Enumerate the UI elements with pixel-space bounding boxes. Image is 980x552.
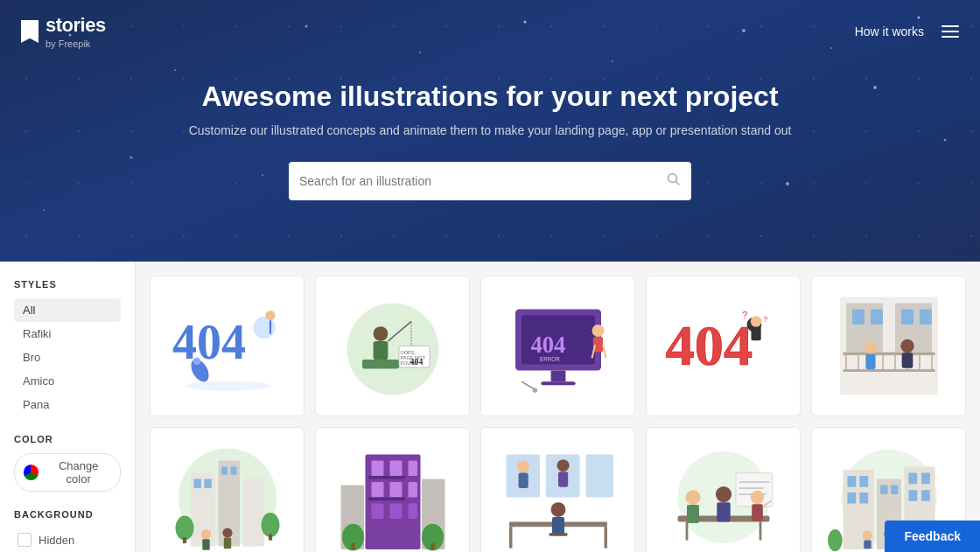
change-color-button[interactable]: Change color	[14, 453, 121, 492]
feedback-button[interactable]: Feedback	[885, 521, 980, 552]
style-list: All Rafiki Bro Amico Pana	[14, 298, 121, 416]
gallery-card-7[interactable]	[315, 427, 470, 552]
hero-subtitle: Customize our illustrated concepts and a…	[189, 123, 792, 137]
gallery-card-4[interactable]: 404 ? ?	[646, 276, 801, 416]
svg-rect-75	[865, 354, 875, 370]
svg-point-133	[715, 486, 731, 502]
hero-section: stories by Freepik How it works Awesome …	[0, 0, 980, 262]
search-icon	[667, 172, 681, 190]
svg-rect-152	[908, 472, 917, 484]
bg-option-hidden[interactable]: Hidden	[14, 528, 121, 551]
background-section: BACKGROUND Hidden Simple Detailed	[14, 509, 121, 552]
svg-rect-126	[549, 533, 567, 536]
logo-text: stories	[46, 14, 106, 37]
svg-rect-113	[430, 543, 434, 549]
style-item-rafiki[interactable]: Rafiki	[14, 322, 121, 346]
svg-point-74	[864, 342, 877, 354]
svg-rect-89	[268, 534, 271, 540]
svg-point-22	[185, 381, 270, 390]
svg-rect-103	[408, 503, 417, 519]
svg-rect-155	[921, 490, 930, 501]
svg-rect-151	[891, 485, 898, 494]
svg-rect-154	[908, 490, 917, 501]
svg-text:?: ?	[742, 310, 747, 320]
svg-text:?: ?	[763, 314, 767, 323]
svg-rect-104	[368, 476, 387, 479]
svg-rect-85	[230, 466, 236, 474]
svg-rect-106	[368, 497, 387, 500]
svg-rect-97	[408, 460, 417, 476]
style-item-bro[interactable]: Bro	[14, 346, 121, 369]
gallery-card-9[interactable]	[646, 427, 801, 552]
svg-text:404: 404	[410, 356, 423, 366]
svg-point-117	[517, 460, 529, 472]
bg-options-list: Hidden Simple Detailed	[14, 528, 121, 552]
svg-point-18	[873, 86, 877, 89]
svg-rect-77	[901, 353, 913, 368]
search-bar[interactable]	[289, 162, 691, 200]
svg-rect-73	[843, 369, 934, 372]
background-section-title: BACKGROUND	[14, 509, 121, 520]
svg-rect-93	[223, 538, 230, 549]
svg-rect-148	[847, 493, 856, 504]
hamburger-menu[interactable]	[942, 25, 959, 38]
bg-hidden-icon	[18, 533, 32, 547]
svg-line-20	[676, 182, 680, 185]
svg-rect-153	[921, 472, 930, 484]
svg-rect-122	[509, 527, 513, 549]
gallery-card-1[interactable]: 404	[150, 276, 304, 416]
svg-point-86	[175, 515, 193, 540]
nav-right: How it works	[855, 24, 959, 38]
svg-rect-63	[920, 309, 932, 325]
svg-rect-125	[552, 517, 564, 535]
main-content: STYLES All Rafiki Bro Amico Pana COLOR C…	[0, 262, 980, 552]
svg-point-53	[750, 316, 761, 327]
svg-point-29	[373, 326, 388, 341]
svg-point-25	[192, 358, 200, 365]
svg-point-119	[556, 459, 569, 472]
svg-point-156	[828, 529, 843, 551]
svg-rect-60	[852, 309, 864, 325]
illustration-gallery: 404	[136, 262, 980, 552]
change-color-label: Change color	[46, 459, 111, 486]
svg-rect-116	[585, 454, 613, 497]
svg-rect-96	[389, 460, 402, 476]
svg-rect-107	[387, 497, 405, 500]
bg-hidden-label: Hidden	[38, 534, 74, 547]
sidebar: STYLES All Rafiki Bro Amico Pana COLOR C…	[0, 262, 136, 552]
svg-rect-120	[558, 472, 568, 487]
svg-rect-64	[843, 352, 934, 355]
svg-point-45	[592, 325, 604, 337]
color-circle-icon	[24, 465, 38, 480]
gallery-card-8[interactable]	[480, 427, 635, 552]
gallery-card-6[interactable]	[150, 427, 304, 552]
svg-point-124	[550, 502, 565, 517]
svg-rect-62	[901, 309, 914, 325]
gallery-card-5[interactable]	[811, 276, 966, 416]
navbar: stories by Freepik How it works	[0, 0, 980, 63]
svg-point-131	[685, 490, 700, 505]
svg-text:OOPS,: OOPS,	[400, 350, 416, 355]
svg-rect-123	[604, 527, 607, 549]
gallery-card-3[interactable]: 404 ERROR	[480, 276, 635, 416]
logo-by: by Freepik	[46, 38, 106, 49]
svg-point-50	[532, 388, 537, 393]
svg-rect-30	[373, 341, 388, 360]
svg-rect-98	[371, 482, 383, 498]
svg-rect-105	[387, 476, 405, 479]
svg-point-88	[261, 513, 279, 537]
style-item-pana[interactable]: Pana	[14, 393, 121, 416]
gallery-card-2[interactable]: OOPS, PAGE NOT FOUND 404	[315, 276, 470, 416]
styles-section-title: STYLES	[14, 279, 121, 290]
style-item-amico[interactable]: Amico	[14, 369, 121, 393]
svg-rect-100	[408, 482, 417, 498]
logo[interactable]: stories by Freepik	[21, 14, 106, 49]
svg-rect-81	[242, 479, 264, 546]
svg-rect-82	[193, 479, 200, 488]
search-input[interactable]	[299, 174, 667, 188]
hero-content: Awesome illustrations for your next proj…	[172, 63, 809, 227]
svg-rect-91	[202, 539, 209, 550]
how-it-works-link[interactable]: How it works	[855, 24, 924, 38]
svg-rect-101	[371, 503, 383, 519]
style-item-all[interactable]: All	[14, 298, 121, 322]
